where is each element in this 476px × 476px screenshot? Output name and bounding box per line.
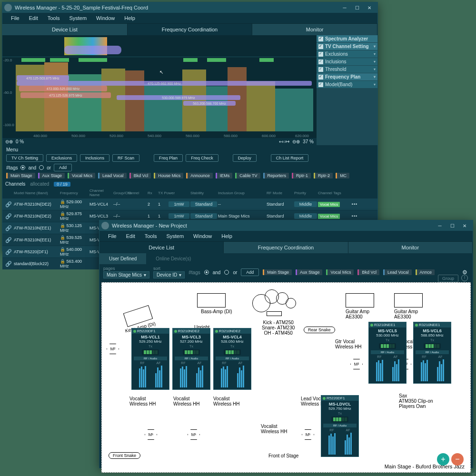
device-card[interactable]: R3210NEE1 MS-VCL5 530.000 MHz Tx RF / Au… (368, 322, 407, 384)
tag-chip[interactable]: Aux Stage (38, 173, 65, 178)
menu-system[interactable]: System (161, 232, 188, 240)
tag-chip[interactable]: Rptr-1 (292, 173, 311, 178)
guitar-amp1-box[interactable] (346, 293, 374, 307)
rf-scan-button[interactable]: RF Scan (112, 154, 139, 162)
link-icon[interactable]: 🔗 (4, 261, 13, 267)
stability[interactable]: Standard (190, 201, 217, 207)
tag-chip[interactable]: Aux Stage (296, 269, 323, 275)
tag-chip[interactable]: Main Stage (263, 269, 292, 275)
rf-audio-toggle[interactable]: RF / Audio (371, 350, 404, 354)
zoom-out2-icon[interactable]: ⊖⊕ (292, 139, 300, 144)
rf-audio-toggle[interactable]: RF / Audio (134, 357, 167, 360)
checkbox-icon[interactable] (318, 67, 323, 72)
freq-check-button[interactable]: Freq Check (186, 154, 218, 162)
tag-chip[interactable]: IEMs (216, 173, 233, 178)
checkbox-icon[interactable] (318, 75, 323, 79)
ch-list-report-button[interactable]: Ch List Report (271, 154, 309, 162)
front-snake-button[interactable]: Front Snake (109, 452, 140, 459)
checkbox-icon[interactable] (318, 44, 323, 49)
side-spectrum-analyzer[interactable]: Spectrum Analyzer (317, 35, 377, 42)
monitor-m1[interactable]: M¹ (302, 429, 314, 440)
tab-freq-coord[interactable]: Frequency Coordination (128, 24, 253, 35)
device-card[interactable]: R3210NEE1 MS-VCL6 588.850 MHz Tx RF / Au… (413, 322, 451, 384)
fit-icon[interactable]: ↤○↦ (279, 139, 289, 144)
menu-help[interactable]: Help (217, 232, 237, 240)
stage-canvas[interactable]: Bass-Amp (DI) Keys-Amp (DI) Guitar Amp A… (101, 282, 471, 473)
subtab-user-defined[interactable]: User Defined (99, 253, 146, 264)
monitor-m1[interactable]: M¹ (188, 429, 200, 440)
device-card[interactable]: R5220DF1 MS-LDVCL 529.750 MHz Tx RF / Au… (321, 395, 359, 457)
minimize-button[interactable]: ─ (338, 2, 351, 13)
radio-or[interactable] (224, 270, 229, 275)
tag-chip[interactable]: Bkd Vcl (129, 173, 151, 178)
device-card[interactable]: R5220DF1 MS-VCL1 529.250 MHz Tx RF / Aud… (131, 328, 169, 390)
freq-plan-button[interactable]: Freq Plan (154, 154, 183, 162)
menu-window[interactable]: Window (91, 14, 119, 22)
tag-chip[interactable]: Bkd Vcl (357, 269, 379, 275)
guitar-amp2-box[interactable] (394, 293, 423, 307)
side-inclusions[interactable]: Inclusions▾ (317, 58, 377, 65)
add-tag-button[interactable]: Add (241, 268, 259, 276)
menu-tools[interactable]: Tools (140, 232, 162, 240)
tx-power[interactable]: 1mW (169, 213, 189, 219)
tag-chip[interactable]: Rptr-2 (314, 173, 333, 178)
rf-audio-toggle[interactable]: RF / Audio (216, 357, 249, 360)
tag-chip[interactable]: Vocal Mics (326, 269, 354, 275)
more-icon[interactable]: ••• (349, 214, 360, 218)
rf-audio-toggle[interactable]: RF / Audio (175, 357, 208, 360)
zoom-out-icon[interactable]: ⊖⊕ (5, 139, 13, 144)
tag-chip[interactable]: Lead Vocal (98, 173, 127, 178)
link-icon[interactable]: 🔗 (4, 225, 13, 231)
deploy-button[interactable]: Deploy (233, 154, 257, 162)
tv-ch-setting-button[interactable]: TV Ch Setting (6, 154, 43, 162)
exclusions-button[interactable]: Exclusions (46, 154, 77, 162)
sort-dropdown[interactable]: Device ID▾ (153, 271, 185, 278)
tag-chip[interactable]: Reporters (263, 173, 289, 178)
tab-monitor[interactable]: Monitor (252, 24, 377, 35)
titlebar[interactable]: Wireless Manager - New Project ─ ☐ ✕ (99, 220, 473, 231)
menu-edit[interactable]: Edit (121, 232, 140, 240)
tag-chip[interactable]: Vocal Mics (68, 173, 95, 178)
pages-dropdown[interactable]: Main Stage Mics▾ (103, 271, 149, 278)
monitor-m1[interactable]: M¹ (145, 429, 157, 440)
link-icon[interactable]: 🔗 (4, 201, 13, 208)
table-row[interactable]: 🔗 ATW-R3210N(DE2) 🔒 529.000 MHz MS-VCL4 … (2, 198, 377, 210)
close-button[interactable]: ✕ (458, 220, 471, 231)
radio-or[interactable] (39, 165, 44, 170)
rear-snake-button[interactable]: Rear Snake (304, 327, 335, 333)
device-card[interactable]: R3210NDE2 MS-VCL4 528.050 MHz Tx RF / Au… (213, 328, 251, 390)
side-tv-channel[interactable]: TV Channel Setting▾ (317, 43, 377, 50)
link-icon[interactable]: 🔗 (4, 237, 13, 243)
priority[interactable]: Middle (294, 213, 317, 219)
checkbox-icon[interactable] (318, 52, 323, 57)
close-button[interactable]: ✕ (363, 2, 376, 13)
monitor-m2[interactable]: M² (350, 359, 363, 369)
tab-device-list[interactable]: Device List (2, 24, 128, 35)
rf-audio-toggle[interactable]: RF / Audio (416, 350, 449, 354)
tag-chip[interactable]: Cable TV (235, 173, 260, 178)
subtab-online-devices[interactable]: Online Device(s) (146, 253, 200, 264)
tag-chip[interactable]: Annce (416, 269, 435, 275)
tag-chip[interactable]: House Mics (154, 173, 183, 178)
more-icon[interactable]: ••• (349, 202, 360, 207)
spectrum-plot[interactable]: -20.0 -60.0 -100.0 (2, 57, 317, 138)
maximize-button[interactable]: ☐ (446, 220, 458, 231)
tag-chip[interactable]: Lead Vocal (383, 269, 412, 275)
monitor-m2[interactable]: M² (107, 344, 119, 354)
tag-chip[interactable]: MC (336, 173, 349, 178)
menu-file[interactable]: File (6, 14, 24, 22)
tag-chip[interactable]: Announce (186, 173, 213, 178)
side-model-band[interactable]: Model(Band)▾ (317, 81, 377, 88)
rf-audio-toggle[interactable]: RF / Audio (323, 424, 357, 427)
bass-amp-box[interactable] (197, 293, 226, 307)
tab-monitor[interactable]: Monitor (348, 242, 473, 253)
drum-kit-icon[interactable] (252, 289, 297, 318)
add-tag-button[interactable]: Add (54, 164, 72, 171)
checkbox-icon[interactable] (318, 37, 323, 41)
link-icon[interactable]: 🔗 (4, 249, 13, 255)
tab-device-list[interactable]: Device List (99, 242, 224, 253)
tab-freq-coord[interactable]: Frequency Coordination (224, 242, 348, 253)
delete-fab[interactable]: − (451, 453, 464, 466)
device-card[interactable]: R3210NDE2 MS-VCL3 527.200 MHz Tx RF / Au… (172, 328, 210, 390)
menu-tools[interactable]: Tools (43, 14, 65, 22)
